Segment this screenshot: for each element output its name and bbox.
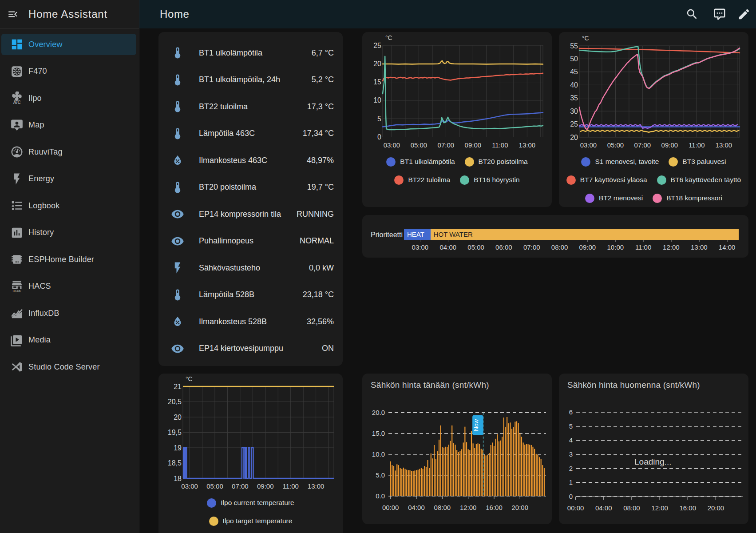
search-icon[interactable] (685, 8, 699, 21)
svg-text:05:00: 05:00 (206, 482, 223, 490)
svg-text:3: 3 (569, 450, 573, 458)
priority-tick (727, 240, 728, 242)
legend-item[interactable]: Ilpo current temperature (207, 498, 294, 508)
entity-name: Sähkövastusteho (199, 263, 260, 273)
svg-text:19: 19 (174, 444, 182, 452)
legend-row: Ilpo target temperature (204, 514, 297, 528)
legend-item[interactable]: BT7 käyttövesi yläosa (566, 175, 647, 185)
sidebar-item-esphome-builder[interactable]: ESPHome Builder (1, 249, 136, 270)
sidebar-item-hacs[interactable]: HACSHACS (1, 276, 136, 297)
svg-text:09:00: 09:00 (661, 141, 678, 149)
ventilation-unit-icon (10, 65, 24, 78)
legend-dot (209, 517, 218, 526)
legend-item[interactable]: BT1 ulkolämpötila (386, 157, 455, 167)
legend-item[interactable]: BT3 paluuvesi (669, 157, 726, 167)
svg-text:2: 2 (569, 465, 573, 472)
entity-name: EP14 kiertovesipumppu (199, 344, 283, 353)
legend-item[interactable]: BT16 höyrystin (460, 175, 519, 185)
svg-text:10.0: 10.0 (372, 450, 385, 458)
entity-name: Lämpötila 528B (199, 290, 254, 299)
chat-icon[interactable] (713, 8, 726, 21)
entity-row[interactable]: EP14 kiertovesipumppuON (158, 335, 343, 362)
sidebar-item-label: ESPHome Builder (28, 255, 94, 264)
menu-open-icon[interactable] (7, 8, 19, 20)
priority-bar[interactable]: HEATHOT WATER (404, 229, 739, 240)
sidebar-item-logbook[interactable]: Logbook (1, 195, 136, 216)
legend-item[interactable]: S1 menovesi, tavoite (581, 157, 659, 167)
priority-tick-label: 11:00 (635, 243, 651, 251)
thermometer-icon (171, 46, 184, 60)
sidebar-item-studio-code-server[interactable]: Studio Code Server (1, 356, 136, 378)
entity-row[interactable]: Sähkövastusteho0,0 kW (158, 255, 343, 282)
sidebar-item-influxdb[interactable]: InfluxDB (1, 302, 136, 324)
svg-text:07:00: 07:00 (438, 141, 455, 149)
priority-tick (448, 240, 448, 242)
sidebar-item-label: Ilpo (28, 94, 42, 103)
thermometer-icon (171, 73, 184, 87)
legend-item[interactable]: BT18 kompressori (653, 194, 722, 203)
entity-row[interactable]: BT1 ulkolämpötila6,7 °C (158, 40, 343, 67)
svg-text:12:00: 12:00 (460, 504, 477, 511)
priority-tick-label: 04:00 (440, 243, 457, 251)
entity-row[interactable]: Lämpötila 463C17,34 °C (158, 120, 343, 147)
svg-text:20:00: 20:00 (708, 504, 724, 512)
entity-row[interactable]: BT20 poistoilma19,7 °C (158, 174, 343, 201)
legend-label: Ilpo target temperature (223, 517, 293, 525)
svg-text:0.0: 0.0 (376, 492, 385, 500)
legend-label: BT7 käyttövesi yläosa (580, 176, 647, 184)
sidebar-item-ilpo[interactable]: A/CIlpo (1, 88, 136, 109)
legend-item[interactable]: Ilpo target temperature (209, 517, 293, 526)
svg-text:08:00: 08:00 (434, 504, 451, 511)
loading-text: Loading... (634, 457, 671, 467)
entity-row[interactable]: BT22 tuloilma17,3 °C (158, 93, 343, 120)
entity-value: 17,34 °C (303, 129, 334, 138)
entity-row[interactable]: EP14 kompressorin tilaRUNNING (158, 201, 343, 228)
legend-item[interactable]: BT6 käyttöveden täyttö (657, 175, 741, 185)
svg-text:18,5: 18,5 (168, 459, 182, 467)
svg-text:0: 0 (377, 133, 381, 141)
legend-item[interactable]: BT22 tuloilma (394, 175, 450, 185)
sidebar-item-history[interactable]: History (1, 222, 136, 243)
entity-row[interactable]: Ilmankosteus 463C48,97% (158, 147, 343, 174)
sidebar-header: Home Assistant (0, 0, 139, 28)
thermometer-icon (171, 127, 184, 140)
entity-row[interactable]: Lämpötila 528B23,18 °C (158, 282, 343, 309)
price-today-chart[interactable]: 0.05.010.015.020.000:0004:0008:0012:0016… (362, 374, 552, 524)
temperature-chart-card-1: 051015202503:0005:0007:0009:0011:0013:00… (362, 32, 552, 207)
legend-dot (460, 175, 469, 185)
sidebar-item-map[interactable]: Map (1, 115, 136, 136)
entity-row[interactable]: Ilmankosteus 528B32,56% (158, 308, 343, 335)
legend-dot (669, 157, 678, 167)
pencil-icon[interactable] (737, 8, 751, 21)
entity-row[interactable]: PuhallinnopeusNORMAL (158, 228, 343, 255)
entity-value: 6,7 °C (312, 48, 334, 58)
svg-text:21: 21 (174, 383, 182, 390)
priority-tick-label: 03:00 (412, 243, 429, 251)
entity-name: Ilmankosteus 463C (199, 156, 267, 165)
legend-item[interactable]: BT20 poistoilma (465, 157, 528, 167)
priority-tick-label: 06:00 (495, 243, 512, 251)
sidebar-item-media[interactable]: Media (1, 330, 136, 351)
price-tomorrow-chart[interactable]: 012345600:0004:0008:0012:0016:0020:00 (559, 374, 748, 524)
thermometer-icon (171, 288, 184, 302)
sidebar-item-overview[interactable]: Overview (1, 34, 136, 55)
entity-row[interactable]: BT1 ulkolämpötila, 24h5,2 °C (158, 67, 343, 94)
chip-icon (10, 253, 24, 266)
chart-area-icon (10, 306, 24, 320)
legend-item[interactable]: BT2 menovesi (585, 194, 643, 203)
entity-value: ON (322, 344, 334, 353)
sidebar-item-ruuvitag[interactable]: RuuviTag (1, 141, 136, 163)
sidebar-item-f470[interactable]: F470 (1, 61, 136, 82)
svg-text:°C: °C (385, 34, 392, 41)
priority-tick (615, 240, 616, 242)
hacs-store-icon: HACS (10, 280, 24, 293)
svg-text:25: 25 (373, 42, 381, 49)
legend-label: BT3 paluuvesi (682, 158, 726, 166)
vscode-icon (10, 360, 24, 374)
entity-value: 23,18 °C (303, 290, 334, 299)
legend-dot (585, 194, 594, 203)
sidebar: Home Assistant OverviewF470A/CIlpoMapRuu… (0, 0, 139, 533)
legend-label: Ilpo current temperature (221, 499, 294, 507)
sidebar-item-energy[interactable]: Energy (1, 168, 136, 190)
priority-tick (643, 240, 644, 242)
